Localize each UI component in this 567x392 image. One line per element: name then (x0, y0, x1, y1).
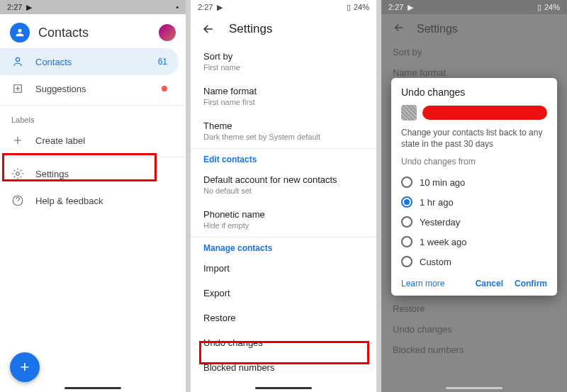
row-blocked[interactable]: Blocked numbers (191, 355, 376, 380)
account-avatar[interactable] (159, 24, 176, 41)
app-header: Contacts (0, 14, 186, 48)
home-indicator[interactable] (446, 387, 503, 389)
nav-contacts[interactable]: Contacts 61 (0, 48, 179, 75)
import-label: Import (203, 263, 364, 274)
confirm-button[interactable]: Confirm (515, 279, 547, 289)
bg-blocked: Blocked numbers (393, 345, 556, 355)
row-undo-changes[interactable]: Undo changes (191, 330, 376, 355)
nav-help[interactable]: Help & feedback (0, 187, 179, 214)
radio-1hr[interactable]: 1 hr ago (401, 192, 547, 212)
row-default-account[interactable]: Default account for new contacts No defa… (191, 167, 376, 202)
settings-header: Settings (191, 14, 376, 44)
battery-text: 24% (354, 3, 369, 11)
restore-label: Restore (203, 313, 364, 323)
radio-label: 10 min ago (420, 177, 465, 188)
radio-custom[interactable]: Custom (401, 252, 547, 271)
row-theme[interactable]: Theme Dark theme set by System default (191, 113, 376, 148)
plus-icon (11, 134, 24, 147)
fab-add-contact[interactable]: + (10, 352, 40, 382)
radio-icon-selected (401, 196, 412, 208)
row-sort-by[interactable]: Sort by First name (191, 44, 376, 79)
name-format-label: Name format (203, 86, 364, 96)
radio-10min[interactable]: 10 min ago (401, 172, 547, 192)
undo-changes-dialog: Undo changes Change your contacts list b… (391, 78, 557, 296)
settings-title: Settings (229, 22, 272, 36)
gear-icon (11, 167, 24, 180)
name-format-value: First name first (203, 98, 364, 106)
nav-contacts-label: Contacts (35, 57, 72, 67)
row-name-format[interactable]: Name format First name first (191, 79, 376, 113)
blocked-label: Blocked numbers (203, 362, 364, 373)
person-icon (11, 55, 24, 68)
battery-icon: ▯ (537, 3, 541, 12)
sparkle-icon (11, 82, 24, 95)
bg-restore: Restore (393, 303, 556, 314)
nav-suggestions[interactable]: Suggestions (0, 75, 179, 102)
svg-point-0 (16, 57, 19, 61)
manage-contacts-header: Manage contacts (191, 237, 376, 256)
status-time: 2:27 (388, 3, 403, 11)
row-import[interactable]: Import (191, 256, 376, 281)
home-indicator[interactable] (64, 387, 121, 389)
radio-label: Yesterday (420, 217, 460, 228)
edit-contacts-header: Edit contacts (191, 149, 376, 167)
nav-create-label[interactable]: Create label (0, 127, 179, 154)
status-bar: 2:27 ▶ ▯24% (381, 0, 567, 14)
youtube-icon: ▶ (26, 3, 32, 12)
export-label: Export (203, 288, 364, 298)
settings-label: Settings (35, 169, 69, 179)
create-label-text: Create label (35, 135, 85, 146)
phone-1-contacts-drawer: 2:27 ▶ • Contacts Contacts 61 Suggestion… (0, 0, 186, 392)
dialog-subheader: Undo changes from (401, 157, 547, 167)
radio-1week[interactable]: 1 week ago (401, 232, 547, 252)
sort-by-label: Sort by (203, 51, 364, 62)
sort-by-value: First name (203, 63, 364, 72)
status-bar: 2:27 ▶ ▯24% (191, 0, 376, 14)
dialog-description: Change your contacts list back to any st… (401, 128, 547, 150)
composite-screenshot: 2:27 ▶ • Contacts Contacts 61 Suggestion… (0, 0, 567, 392)
app-title: Contacts (38, 26, 89, 40)
account-email-redacted (422, 106, 547, 120)
radio-label: 1 hr ago (420, 197, 454, 208)
labels-header: Labels (0, 108, 186, 127)
radio-icon (401, 236, 412, 247)
radio-icon (401, 216, 412, 228)
radio-label: 1 week ago (420, 237, 467, 247)
help-icon (11, 194, 24, 207)
bg-sort-by: Sort by (393, 47, 556, 57)
youtube-icon: ▶ (408, 3, 413, 12)
learn-more-link[interactable]: Learn more (401, 279, 444, 289)
account-avatar-icon (401, 105, 417, 121)
row-phonetic[interactable]: Phonetic name Hide if empty (191, 202, 376, 237)
undo-label: Undo changes (203, 337, 364, 348)
phone-3-undo-dialog: 2:27 ▶ ▯24% Settings Sort by Name format… (381, 0, 567, 392)
cancel-button[interactable]: Cancel (476, 279, 503, 289)
radio-icon (401, 256, 412, 267)
dialog-title: Undo changes (401, 86, 547, 98)
bg-undo: Undo changes (393, 324, 556, 335)
row-restore[interactable]: Restore (191, 306, 376, 330)
bg-title: Settings (417, 23, 458, 35)
status-time: 2:27 (7, 3, 22, 11)
plus-icon: + (21, 358, 30, 376)
row-export[interactable]: Export (191, 281, 376, 306)
contacts-app-icon (10, 23, 30, 43)
status-bar: 2:27 ▶ • (0, 0, 186, 14)
radio-yesterday[interactable]: Yesterday (401, 212, 547, 232)
home-indicator[interactable] (255, 387, 312, 389)
back-button[interactable] (201, 21, 216, 37)
back-button-bg (393, 21, 405, 37)
help-label: Help & feedback (35, 196, 103, 206)
battery-icon: ▯ (347, 3, 351, 12)
suggestions-dot-indicator (162, 86, 167, 91)
radio-label: Custom (420, 257, 451, 267)
nav-settings[interactable]: Settings (0, 160, 179, 187)
default-account-label: Default account for new contacts (203, 174, 364, 185)
account-row[interactable] (401, 105, 547, 121)
radio-icon (401, 177, 412, 188)
bg-name-format: Name format (393, 67, 556, 78)
youtube-icon: ▶ (217, 3, 223, 12)
phonetic-value: Hide if empty (203, 221, 364, 230)
phonetic-label: Phonetic name (203, 209, 364, 220)
nav-contacts-count: 61 (158, 57, 167, 67)
